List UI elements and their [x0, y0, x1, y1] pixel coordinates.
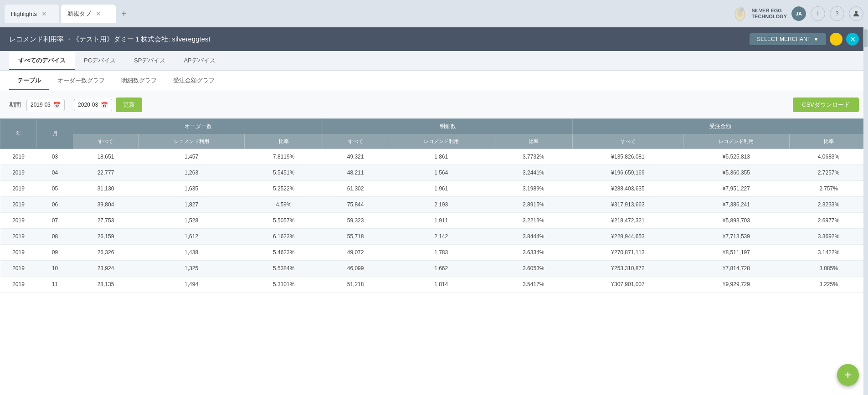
table-cell: 4.0683%	[790, 149, 868, 165]
table-cell: 18,651	[73, 149, 139, 165]
lang-button[interactable]: JA	[791, 6, 806, 21]
table-cell: 03	[37, 149, 73, 165]
help-button[interactable]: ?	[830, 6, 844, 21]
logo-text: SILVER EGG TECHNOLOGY	[751, 8, 787, 20]
table-cell: 3.2441%	[494, 165, 573, 181]
table-cell: 1,635	[138, 181, 244, 197]
fab-button[interactable]: +	[837, 364, 859, 386]
table-cell: 75,844	[323, 197, 388, 213]
table-cell: 2019	[0, 165, 37, 181]
table-cell: ¥7,951,227	[683, 181, 789, 197]
table-cell: 2019	[0, 229, 37, 245]
col-group-amount: 受注金額	[573, 119, 868, 134]
tabs-left: Highlights ✕ 新規タブ ✕ +	[5, 5, 130, 23]
scrollbar-thumb[interactable]	[864, 29, 868, 47]
view-tab-table[interactable]: テーブル	[9, 72, 49, 90]
table-cell: 61,302	[323, 181, 388, 197]
minimize-button[interactable]	[830, 33, 842, 46]
table-cell: 49,072	[323, 245, 388, 261]
table-cell: 1,325	[138, 261, 244, 277]
view-tab-order-graph[interactable]: オーダー数グラフ	[49, 72, 113, 90]
table-cell: 3.225%	[790, 277, 868, 292]
table-cell: 7.8119%	[245, 149, 323, 165]
table-cell: 1,783	[388, 245, 494, 261]
col-subheader-amt-all: すべて	[573, 134, 683, 149]
svg-point-3	[855, 11, 858, 14]
table-cell: 59,323	[323, 213, 388, 229]
csv-download-button[interactable]: CSVダウンロード	[793, 97, 859, 112]
table-cell: ¥9,929,729	[683, 277, 789, 292]
device-tab-ap[interactable]: APデバイス	[175, 52, 224, 70]
table-cell: 6.1623%	[245, 229, 323, 245]
date-from-value: 2019-03	[31, 102, 51, 108]
date-separator: -	[68, 102, 70, 108]
info-button[interactable]: i	[811, 6, 825, 21]
table-cell: 26,326	[73, 245, 139, 261]
view-tabs: テーブル オーダー数グラフ 明細数グラフ 受注金額グラフ	[0, 71, 868, 91]
table-cell: 1,263	[138, 165, 244, 181]
table-cell: ¥317,913,663	[573, 197, 683, 213]
tab-highlights-label: Highlights	[11, 10, 37, 17]
table-cell: 3.5417%	[494, 277, 573, 292]
date-to-input[interactable]: 2020-03 📅	[74, 99, 112, 111]
table-row: 20190926,3261,4385.4623%49,0721,7833.633…	[0, 245, 868, 261]
table-cell: 5.5384%	[245, 261, 323, 277]
table-cell: 2019	[0, 261, 37, 277]
table-row: 20191128,1351,4945.3101%51,2181,8143.541…	[0, 277, 868, 292]
table-cell: 1,438	[138, 245, 244, 261]
close-window-button[interactable]: ✕	[846, 33, 859, 46]
table-cell: 3.8444%	[494, 229, 573, 245]
view-tab-amount-graph[interactable]: 受注金額グラフ	[165, 72, 223, 90]
table-cell: 5.3101%	[245, 277, 323, 292]
device-tab-all[interactable]: すべてのデバイス	[9, 52, 75, 70]
data-table-container[interactable]: 年 月 オーダー数 明細数 受注金額 すべて レコメンド利用 比率 すべて レコ…	[0, 118, 868, 395]
table-cell: 04	[37, 165, 73, 181]
device-tab-sp[interactable]: SPデバイス	[125, 52, 175, 70]
device-tabs: すべてのデバイス PCデバイス SPデバイス APデバイス	[0, 51, 868, 71]
tab-new[interactable]: 新規タブ ✕	[61, 5, 116, 23]
tab-add-button[interactable]: +	[118, 7, 130, 21]
table-row: 20190531,1301,6355.2522%61,3021,9613.198…	[0, 181, 868, 197]
table-cell: ¥307,901,007	[573, 277, 683, 292]
table-cell: 46,099	[323, 261, 388, 277]
table-cell: 3.3692%	[790, 229, 868, 245]
col-header-year: 年	[0, 119, 37, 149]
user-button[interactable]	[849, 6, 863, 21]
table-cell: 2019	[0, 181, 37, 197]
table-cell: 55,718	[323, 229, 388, 245]
page-header-actions: SELECT MERCHANT ▼ ✕	[750, 33, 859, 46]
table-cell: 08	[37, 229, 73, 245]
table-cell: ¥7,386,241	[683, 197, 789, 213]
col-subheader-det-ratio: 比率	[494, 134, 573, 149]
table-cell: 1,961	[388, 181, 494, 197]
silver-egg-logo-icon	[731, 5, 749, 22]
table-cell: 11	[37, 277, 73, 292]
scrollbar-track[interactable]	[863, 27, 868, 395]
update-button[interactable]: 更新	[116, 97, 142, 112]
tab-highlights[interactable]: Highlights ✕	[5, 5, 59, 23]
calendar-from-icon: 📅	[53, 102, 61, 108]
device-tab-pc[interactable]: PCデバイス	[75, 52, 125, 70]
user-icon	[853, 10, 860, 17]
table-cell: 1,861	[388, 149, 494, 165]
select-merchant-button[interactable]: SELECT MERCHANT ▼	[750, 33, 826, 45]
table-cell: ¥8,511,197	[683, 245, 789, 261]
tab-highlights-close[interactable]: ✕	[41, 10, 47, 17]
table-cell: 31,130	[73, 181, 139, 197]
tab-new-close[interactable]: ✕	[96, 10, 101, 17]
table-cell: ¥196,659,169	[573, 165, 683, 181]
table-cell: ¥5,893,703	[683, 213, 789, 229]
date-from-input[interactable]: 2019-03 📅	[26, 99, 65, 111]
view-tab-detail-graph[interactable]: 明細数グラフ	[113, 72, 165, 90]
controls-left: 期間 2019-03 📅 - 2020-03 📅 更新	[9, 97, 142, 112]
controls-bar: 期間 2019-03 📅 - 2020-03 📅 更新 CSVダウンロード	[0, 91, 868, 118]
table-cell: 07	[37, 213, 73, 229]
table-row: 20190727,7531,5285.5057%59,3231,9113.221…	[0, 213, 868, 229]
table-cell: 3.6334%	[494, 245, 573, 261]
table-cell: 2019	[0, 277, 37, 292]
table-cell: 2.7257%	[790, 165, 868, 181]
table-row: 20191023,9241,3255.5384%46,0991,6623.605…	[0, 261, 868, 277]
col-subheader-det-rec: レコメンド利用	[388, 134, 494, 149]
table-cell: 26,159	[73, 229, 139, 245]
table-cell: 2019	[0, 213, 37, 229]
